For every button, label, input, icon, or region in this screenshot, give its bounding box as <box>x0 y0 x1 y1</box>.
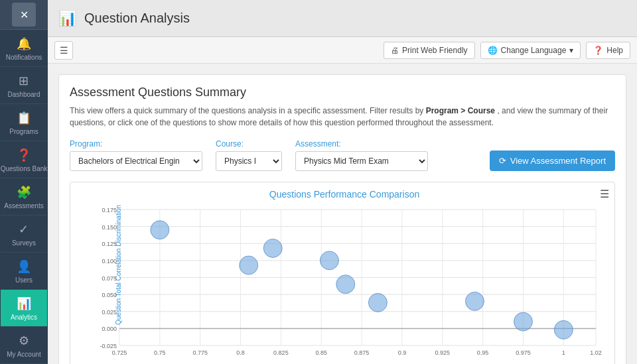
svg-point-52 <box>514 312 532 331</box>
svg-text:1: 1 <box>562 349 565 356</box>
dashboard-icon: ⊞ <box>19 74 29 88</box>
sidebar-item-assessments[interactable]: 🧩 Assessments <box>1 178 48 215</box>
course-select[interactable]: Physics I <box>216 151 282 171</box>
sidebar: ✕ 🔔 Notifications ⊞ Dashboard 📋 Programs… <box>0 0 48 364</box>
assessment-select[interactable]: Physics Mid Term Exam <box>295 151 428 171</box>
sidebar-item-label: Dashboard <box>8 91 40 98</box>
programs-icon: 📋 <box>17 111 31 125</box>
program-group: Program: Bachelors of Electrical Engin <box>70 139 202 171</box>
program-select[interactable]: Bachelors of Electrical Engin <box>70 151 202 171</box>
sidebar-top-icon[interactable]: ✕ <box>12 3 36 27</box>
help-icon: ❓ <box>593 46 603 55</box>
card-description: This view offers a quick summary of the … <box>70 105 615 129</box>
sidebar-item-programs[interactable]: 📋 Programs <box>1 104 48 141</box>
questions-bank-icon: ❓ <box>17 148 31 162</box>
svg-point-49 <box>336 275 355 294</box>
svg-text:1.02: 1.02 <box>590 349 602 356</box>
svg-text:0.775: 0.775 <box>192 349 208 356</box>
sidebar-item-label: Notifications <box>6 54 42 61</box>
surveys-icon: ✓ <box>19 222 29 237</box>
svg-point-45 <box>151 221 169 239</box>
assessments-icon: 🧩 <box>17 185 31 200</box>
svg-text:0.725: 0.725 <box>112 349 127 356</box>
svg-point-53 <box>554 320 573 339</box>
sidebar-item-users[interactable]: 👤 Users <box>1 253 48 290</box>
svg-point-46 <box>240 256 258 274</box>
report-icon: ⟳ <box>499 156 506 166</box>
print-icon: 🖨 <box>391 46 399 55</box>
change-language-button[interactable]: 🌐 Change Language ▾ <box>480 42 581 59</box>
svg-point-50 <box>368 293 387 312</box>
program-label: Program: <box>70 139 202 149</box>
svg-point-51 <box>465 292 484 310</box>
sidebar-item-surveys[interactable]: ✓ Surveys <box>1 215 48 253</box>
sidebar-item-questions-bank[interactable]: ❓ Questions Bank <box>1 141 48 178</box>
chart-header: Questions Performance Comparison ☰ <box>76 188 609 200</box>
chart-title: Questions Performance Comparison <box>89 189 600 200</box>
language-icon: 🌐 <box>488 46 498 55</box>
chart-container: Questions Performance Comparison ☰ Quest… <box>70 182 615 364</box>
card-title: Assessment Questions Summary <box>70 86 615 99</box>
sidebar-item-label: My Account <box>7 351 41 358</box>
header-icon: 📊 <box>58 10 76 27</box>
svg-text:0.85: 0.85 <box>315 349 327 356</box>
svg-point-48 <box>320 251 338 270</box>
page-title: Question Analysis <box>84 11 190 26</box>
filter-row: Program: Bachelors of Electrical Engin C… <box>70 139 615 171</box>
menu-button[interactable]: ☰ <box>54 41 73 60</box>
sidebar-item-label: Assessments <box>4 202 43 210</box>
users-icon: 👤 <box>17 259 31 274</box>
notifications-icon: 🔔 <box>17 36 31 51</box>
svg-text:0.75: 0.75 <box>154 349 166 356</box>
svg-text:0.8: 0.8 <box>236 349 245 356</box>
svg-text:-0.025: -0.025 <box>100 343 117 349</box>
sidebar-item-label: Programs <box>9 128 38 135</box>
print-button[interactable]: 🖨 Print Web Friendly <box>384 42 474 59</box>
analytics-icon: 📊 <box>17 296 31 311</box>
chart-svg: -0.0250.0000.0250.0500.0750.1000.1250.15… <box>113 203 609 364</box>
sidebar-item-dashboard[interactable]: ⊞ Dashboard <box>1 67 48 104</box>
help-button[interactable]: ❓ Help <box>586 42 630 59</box>
svg-text:0.975: 0.975 <box>516 349 531 356</box>
svg-text:0.95: 0.95 <box>477 349 489 356</box>
sidebar-top: ✕ <box>0 0 48 30</box>
course-label: Course: <box>216 139 282 149</box>
assessment-label: Assessment: <box>295 139 428 149</box>
chart-menu-icon[interactable]: ☰ <box>600 188 609 200</box>
hamburger-icon: ☰ <box>60 45 68 56</box>
main-content: Assessment Questions Summary This view o… <box>48 64 637 364</box>
svg-text:0.825: 0.825 <box>273 349 289 356</box>
svg-point-47 <box>263 239 282 257</box>
toolbar: ☰ 🖨 Print Web Friendly 🌐 Change Language… <box>48 37 637 64</box>
sidebar-item-label: Users <box>15 276 33 284</box>
svg-text:0.875: 0.875 <box>354 349 370 356</box>
my-account-icon: ⚙ <box>19 334 29 348</box>
sidebar-item-label: Analytics <box>11 314 37 321</box>
sidebar-item-notifications[interactable]: 🔔 Notifications <box>1 30 48 67</box>
page-header: 📊 Question Analysis <box>48 0 637 37</box>
summary-card: Assessment Questions Summary This view o… <box>58 74 626 364</box>
main-area: 📊 Question Analysis ☰ 🖨 Print Web Friend… <box>48 0 637 364</box>
assessment-group: Assessment: Physics Mid Term Exam <box>295 139 428 171</box>
svg-text:0.925: 0.925 <box>435 349 451 356</box>
svg-text:0.9: 0.9 <box>398 349 407 356</box>
sidebar-item-my-account[interactable]: ⚙ My Account <box>1 327 48 364</box>
view-report-button[interactable]: ⟳ View Assessment Report <box>490 151 615 171</box>
svg-text:0.000: 0.000 <box>102 326 117 332</box>
course-group: Course: Physics I <box>216 139 282 171</box>
sidebar-item-analytics[interactable]: 📊 Analytics <box>1 290 48 327</box>
chevron-down-icon: ▾ <box>569 46 573 55</box>
y-axis-label: Question Total Correlation Discriminatio… <box>115 245 122 325</box>
sidebar-item-label: Questions Bank <box>1 165 48 172</box>
sidebar-item-label: Surveys <box>12 239 36 247</box>
